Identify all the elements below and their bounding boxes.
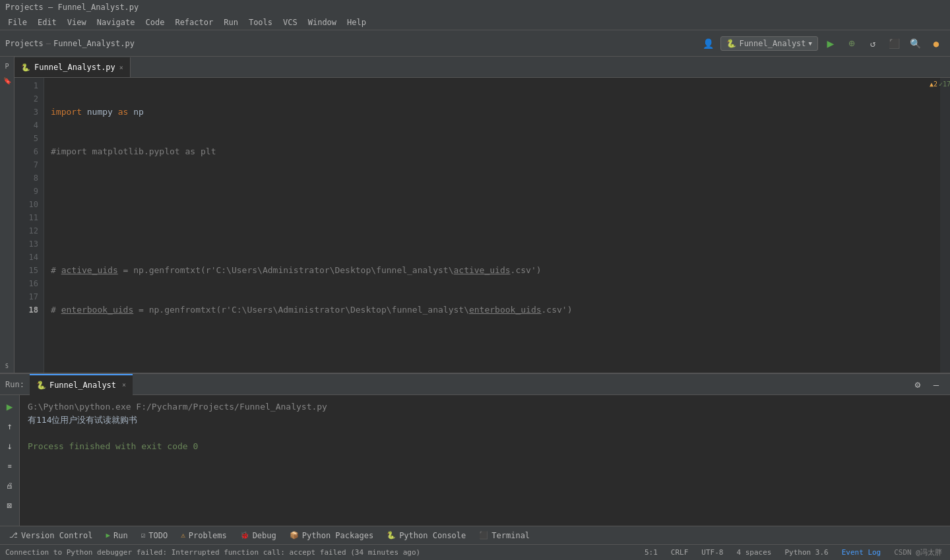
- tool-tab-debug[interactable]: 🐞 Debug: [234, 526, 283, 545]
- toolbar: Projects – Funnel_Analyst.py 👤 🐍 Funnel_…: [0, 30, 950, 57]
- run-output: G:\Python\python.exe F:/Pycharm/Projects…: [20, 395, 950, 526]
- toolbar-left: Projects – Funnel_Analyst.py: [5, 39, 697, 48]
- problems-icon: ⚠: [181, 531, 185, 540]
- tool-tab-python-packages[interactable]: 📦 Python Packages: [283, 526, 380, 545]
- tool-tab-problems-label: Problems: [189, 531, 227, 540]
- status-bar-left: Connection to Python debugger failed: In…: [5, 548, 642, 557]
- breadcrumb-projects[interactable]: Projects: [5, 39, 44, 48]
- add-config-button[interactable]: ⊕: [843, 35, 860, 52]
- print-button[interactable]: 🖨: [1, 477, 18, 494]
- bottom-tools-bar: ⎇ Version Control ▶ Run ☑ TODO ⚠ Problem…: [0, 526, 950, 544]
- breadcrumb: Projects – Funnel_Analyst.py: [5, 39, 135, 48]
- settings-icon[interactable]: ⚙: [909, 376, 926, 393]
- rerun-button[interactable]: ↺: [864, 35, 881, 52]
- minimize-panel-icon[interactable]: —: [928, 376, 945, 393]
- menu-run[interactable]: Run: [218, 16, 243, 28]
- terminal-icon: ⬛: [479, 531, 488, 540]
- run-tab-bar: Run: 🐍 Funnel_Analyst × ⚙ —: [0, 374, 950, 395]
- breadcrumb-file[interactable]: Funnel_Analyst.py: [53, 39, 135, 48]
- menu-file[interactable]: File: [3, 16, 32, 28]
- version-control-icon: ⎇: [9, 531, 18, 540]
- menu-code[interactable]: Code: [141, 16, 170, 28]
- tool-tab-python-packages-label: Python Packages: [302, 531, 373, 540]
- code-line-7: [51, 343, 940, 356]
- code-editor[interactable]: 1 2 3 4 5 6 7 8 9 10 11 12 13 14 15 16 1…: [15, 78, 950, 373]
- menu-refactor[interactable]: Refactor: [170, 16, 218, 28]
- run-panel: ▶ ↑ ↓ ≡ 🖨 ⊠ G:\Python\python.exe F:/Pych…: [0, 395, 950, 526]
- tool-tab-debug-label: Debug: [253, 531, 276, 540]
- search-button[interactable]: 🔍: [906, 35, 924, 52]
- run-output-process: Process finished with exit code 0: [28, 440, 942, 453]
- editor-right-gutter: ▲2 ✓17 ∧ ∨: [940, 78, 950, 373]
- run-label: Run:: [5, 380, 30, 389]
- menu-window[interactable]: Window: [303, 16, 342, 28]
- encoding[interactable]: UTF-8: [699, 548, 726, 557]
- python-packages-icon: 📦: [290, 531, 299, 540]
- tab-label: Funnel_Analyst.py: [34, 63, 115, 72]
- soft-wrap-button[interactable]: ≡: [1, 457, 18, 474]
- tool-tab-run[interactable]: ▶ Run: [99, 526, 134, 545]
- stop-button[interactable]: ⬛: [885, 35, 902, 52]
- event-log[interactable]: Event Log: [839, 548, 884, 557]
- tab-python-icon: 🐍: [21, 63, 30, 72]
- ok-count: ✓17: [939, 80, 950, 88]
- tool-tab-run-label: Run: [113, 531, 128, 540]
- menu-tools[interactable]: Tools: [243, 16, 278, 28]
- menu-help[interactable]: Help: [342, 16, 371, 28]
- cursor-position[interactable]: 5:1: [642, 548, 660, 557]
- tool-tab-version-control[interactable]: ⎇ Version Control: [3, 526, 99, 545]
- run-output-blank: [28, 427, 942, 440]
- python-version[interactable]: Python 3.6: [782, 548, 831, 557]
- code-content[interactable]: import numpy as np #import matplotlib.py…: [44, 78, 940, 373]
- run-sidebar: ▶ ↑ ↓ ≡ 🖨 ⊠: [0, 395, 20, 526]
- run-tab-close[interactable]: ×: [122, 381, 126, 389]
- tool-tab-terminal[interactable]: ⬛ Terminal: [472, 526, 536, 545]
- menu-view[interactable]: View: [62, 16, 92, 28]
- run-tab-icon: 🐍: [36, 381, 46, 390]
- tool-tab-python-console[interactable]: 🐍 Python Console: [380, 526, 472, 545]
- code-line-6: # enterbook_uids = np.genfromtxt(r'C:\Us…: [51, 303, 940, 317]
- tool-tab-vc-label: Version Control: [21, 531, 92, 540]
- run-tab-funnel-analyst[interactable]: 🐍 Funnel_Analyst ×: [30, 374, 133, 395]
- run-config-selector[interactable]: 🐍 Funnel_Analyst ▼: [720, 36, 818, 51]
- tool-tab-todo-label: TODO: [148, 531, 168, 540]
- code-line-3: [51, 185, 940, 198]
- menu-vcs[interactable]: VCS: [278, 16, 303, 28]
- run-icon: ▶: [106, 531, 110, 540]
- run-config-label: Funnel_Analyst: [739, 39, 806, 48]
- run-output-line-1: G:\Python\python.exe F:/Pycharm/Projects…: [28, 400, 942, 414]
- scroll-up-button[interactable]: ↑: [1, 418, 18, 435]
- line-separator[interactable]: CRLF: [668, 548, 691, 557]
- menu-navigate[interactable]: Navigate: [92, 16, 141, 28]
- title-bar: Projects – Funnel_Analyst.py: [0, 0, 950, 15]
- clear-button[interactable]: ⊠: [1, 497, 18, 514]
- run-output-line-2: 有114位用户没有试读就购书: [28, 414, 942, 427]
- bottom-panel: Run: 🐍 Funnel_Analyst × ⚙ — ▶ ↑ ↓ ≡ 🖨 ⊠ …: [0, 373, 950, 544]
- connection-status: Connection to Python debugger failed: In…: [5, 548, 420, 557]
- sidebar-structure-icon[interactable]: S: [1, 359, 14, 373]
- run-config-dropdown-icon: ▼: [809, 40, 812, 47]
- sidebar-project-icon[interactable]: P: [1, 59, 14, 73]
- tool-tab-todo[interactable]: ☑ TODO: [135, 526, 175, 545]
- run-button[interactable]: ▶: [822, 35, 839, 52]
- tab-close-button[interactable]: ×: [119, 64, 123, 71]
- tool-tab-python-console-label: Python Console: [399, 531, 466, 540]
- tab-funnel-analyst[interactable]: 🐍 Funnel_Analyst.py ×: [15, 57, 131, 77]
- tool-tab-terminal-label: Terminal: [491, 531, 530, 540]
- debug-icon: 🐞: [240, 531, 249, 540]
- sidebar-bookmarks-icon[interactable]: 🔖: [1, 74, 14, 87]
- todo-icon: ☑: [141, 531, 146, 540]
- gutter-header: ▲2 ✓17 ∧ ∨: [928, 79, 950, 89]
- indent-setting[interactable]: 4 spaces: [734, 548, 774, 557]
- rerun-run-button[interactable]: ▶: [1, 398, 18, 415]
- editor-area: 🐍 Funnel_Analyst.py × 1 2 3 4 5 6 7 8 9 …: [15, 57, 950, 373]
- python-console-icon: 🐍: [387, 531, 396, 540]
- run-tab-label: Funnel_Analyst: [49, 381, 116, 390]
- status-bar: Connection to Python debugger failed: In…: [0, 544, 950, 560]
- tab-bar: 🐍 Funnel_Analyst.py ×: [15, 57, 950, 78]
- scroll-down-button[interactable]: ↓: [1, 437, 18, 454]
- menu-edit[interactable]: Edit: [32, 16, 62, 28]
- user-icon[interactable]: 👤: [699, 35, 716, 52]
- tool-tab-problems[interactable]: ⚠ Problems: [174, 526, 233, 545]
- avatar[interactable]: ●: [928, 35, 945, 52]
